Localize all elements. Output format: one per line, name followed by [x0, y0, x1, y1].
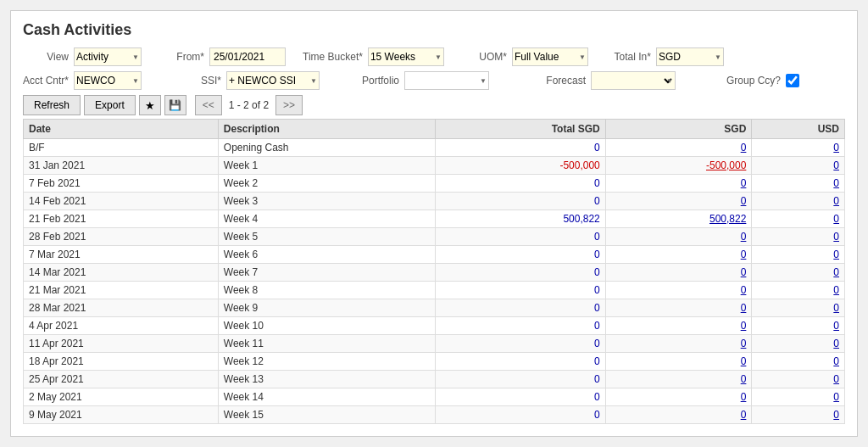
sgd-link[interactable]: 0 [741, 355, 747, 367]
sgd-link[interactable]: 0 [741, 249, 747, 260]
usd-link[interactable]: 0 [833, 373, 839, 385]
cell-sgd[interactable]: 0 [605, 264, 752, 282]
usd-link[interactable]: 0 [833, 195, 839, 207]
ssi-select-wrapper[interactable]: + NEWCO SSI [226, 71, 320, 90]
usd-link[interactable]: 0 [833, 355, 839, 367]
cell-usd[interactable]: 0 [752, 264, 845, 282]
col-date: Date [24, 120, 219, 139]
usd-link[interactable]: 0 [833, 142, 839, 154]
cell-description: Week 5 [218, 228, 435, 246]
usd-link[interactable]: 0 [833, 177, 839, 189]
cell-total-sgd: 0 [436, 335, 605, 353]
cell-usd[interactable]: 0 [752, 335, 845, 353]
sgd-link[interactable]: 0 [741, 284, 747, 296]
total-in-select-wrapper[interactable]: SGD [656, 47, 724, 66]
time-bucket-select-wrapper[interactable]: 15 Weeks [368, 47, 444, 66]
cell-sgd[interactable]: 0 [605, 299, 752, 317]
sgd-link[interactable]: -500,000 [706, 159, 746, 171]
cell-usd[interactable]: 0 [752, 246, 845, 264]
uom-select-wrapper[interactable]: Full Value [512, 47, 588, 66]
cell-sgd[interactable]: 0 [605, 406, 752, 424]
export-button[interactable]: Export [84, 95, 136, 115]
cell-usd[interactable]: 0 [752, 193, 845, 210]
uom-select[interactable]: Full Value [512, 47, 588, 66]
cell-sgd[interactable]: 0 [605, 282, 752, 299]
cell-usd[interactable]: 0 [752, 157, 845, 175]
from-input[interactable] [209, 47, 286, 66]
group-ccy-checkbox[interactable] [786, 74, 799, 87]
cell-sgd[interactable]: 0 [605, 335, 752, 353]
prev-button[interactable]: << [195, 95, 222, 115]
usd-link[interactable]: 0 [833, 338, 839, 349]
usd-link[interactable]: 0 [833, 320, 839, 332]
sgd-link[interactable]: 0 [741, 302, 747, 314]
cell-date: 2 May 2021 [24, 388, 219, 406]
cell-sgd[interactable]: 0 [605, 139, 752, 157]
cell-usd[interactable]: 0 [752, 299, 845, 317]
sgd-link[interactable]: 0 [741, 338, 747, 349]
total-in-select[interactable]: SGD [656, 47, 724, 66]
usd-link[interactable]: 0 [833, 266, 839, 278]
cell-usd[interactable]: 0 [752, 139, 845, 157]
cell-sgd[interactable]: 500,822 [605, 210, 752, 228]
forecast-select-wrapper[interactable] [591, 71, 676, 90]
save-button[interactable]: 💾 [164, 95, 186, 115]
usd-link[interactable]: 0 [833, 391, 839, 403]
cell-usd[interactable]: 0 [752, 406, 845, 424]
usd-link[interactable]: 0 [833, 409, 839, 421]
cell-sgd[interactable]: 0 [605, 175, 752, 193]
cell-sgd[interactable]: 0 [605, 193, 752, 210]
usd-link[interactable]: 0 [833, 213, 839, 225]
cell-date: 25 Apr 2021 [24, 371, 219, 388]
cell-sgd[interactable]: 0 [605, 371, 752, 388]
cell-date: 14 Mar 2021 [24, 264, 219, 282]
usd-link[interactable]: 0 [833, 231, 839, 243]
view-select[interactable]: Activity [74, 47, 142, 66]
sgd-link[interactable]: 0 [741, 177, 747, 189]
cell-usd[interactable]: 0 [752, 210, 845, 228]
sgd-link[interactable]: 0 [741, 409, 747, 421]
group-ccy-label: Group Ccy? [726, 75, 786, 87]
ssi-select[interactable]: + NEWCO SSI [226, 71, 320, 90]
usd-link[interactable]: 0 [833, 302, 839, 314]
cell-usd[interactable]: 0 [752, 371, 845, 388]
acct-cntr-select[interactable]: NEWCO [74, 71, 142, 90]
sgd-link[interactable]: 0 [741, 142, 747, 154]
cell-usd[interactable]: 0 [752, 228, 845, 246]
cell-date: 21 Mar 2021 [24, 282, 219, 299]
refresh-button[interactable]: Refresh [23, 95, 81, 115]
usd-link[interactable]: 0 [833, 159, 839, 171]
cell-sgd[interactable]: 0 [605, 317, 752, 335]
usd-link[interactable]: 0 [833, 284, 839, 296]
sgd-link[interactable]: 0 [741, 231, 747, 243]
cell-sgd[interactable]: 0 [605, 246, 752, 264]
cell-sgd[interactable]: 0 [605, 228, 752, 246]
cell-sgd[interactable]: -500,000 [605, 157, 752, 175]
total-in-label: Total In* [605, 51, 656, 63]
sgd-link[interactable]: 0 [741, 373, 747, 385]
forecast-select[interactable] [591, 71, 676, 90]
sgd-link[interactable]: 0 [741, 391, 747, 403]
cell-usd[interactable]: 0 [752, 282, 845, 299]
sgd-link[interactable]: 0 [741, 195, 747, 207]
portfolio-select-wrapper[interactable] [404, 71, 489, 90]
time-bucket-select[interactable]: 15 Weeks [368, 47, 444, 66]
portfolio-select[interactable] [404, 71, 489, 90]
cell-usd[interactable]: 0 [752, 388, 845, 406]
acct-cntr-select-wrapper[interactable]: NEWCO [74, 71, 142, 90]
next-button[interactable]: >> [275, 95, 303, 115]
cell-sgd[interactable]: 0 [605, 353, 752, 371]
cell-usd[interactable]: 0 [752, 317, 845, 335]
sgd-link[interactable]: 0 [741, 320, 747, 332]
col-description: Description [218, 120, 435, 139]
usd-link[interactable]: 0 [833, 249, 839, 260]
cell-total-sgd: 0 [436, 299, 605, 317]
cell-sgd[interactable]: 0 [605, 388, 752, 406]
table-row: 21 Mar 2021Week 8000 [24, 282, 845, 299]
cell-usd[interactable]: 0 [752, 175, 845, 193]
cell-usd[interactable]: 0 [752, 353, 845, 371]
view-select-wrapper[interactable]: Activity [74, 47, 142, 66]
star-button[interactable]: ★ [139, 95, 161, 115]
sgd-link[interactable]: 0 [741, 266, 747, 278]
sgd-link[interactable]: 500,822 [709, 213, 746, 225]
